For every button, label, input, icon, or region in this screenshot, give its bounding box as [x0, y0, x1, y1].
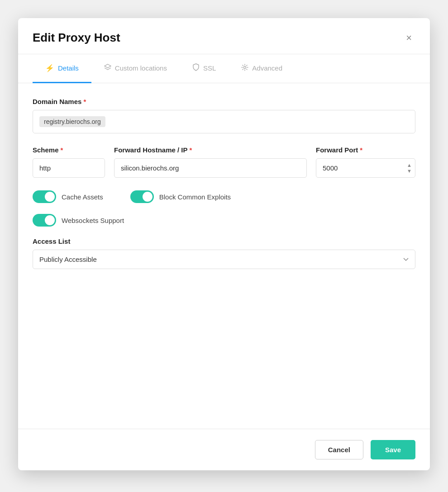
access-list-label: Access List	[33, 237, 415, 245]
domain-tag: registry.bierochs.org	[39, 116, 105, 127]
save-button[interactable]: Save	[371, 440, 415, 459]
close-button[interactable]: ×	[402, 31, 415, 45]
toggles-row-2: Websockets Support	[33, 214, 415, 227]
cache-assets-label: Cache Assets	[62, 193, 103, 201]
tab-details[interactable]: ⚡ Details	[33, 54, 91, 83]
access-list-group: Access List Publicly Accessible	[33, 237, 415, 269]
modal-header: Edit Proxy Host ×	[18, 18, 430, 54]
spinner-arrows: ▲ ▼	[407, 163, 412, 174]
scheme-field: Scheme *	[33, 146, 105, 178]
modal-footer: Cancel Save	[18, 429, 430, 470]
tab-custom-locations-label: Custom locations	[115, 64, 167, 72]
shield-icon	[192, 63, 200, 73]
forward-port-input[interactable]	[316, 158, 415, 178]
modal-title: Edit Proxy Host	[33, 31, 120, 45]
block-exploits-slider	[130, 190, 154, 203]
toggles-row-1: Cache Assets Block Common Exploits	[33, 190, 415, 203]
tab-advanced[interactable]: Advanced	[229, 54, 295, 83]
websockets-slider	[33, 214, 56, 227]
scheme-input[interactable]	[33, 158, 105, 178]
edit-proxy-host-modal: Edit Proxy Host × ⚡ Details Custom locat…	[18, 18, 430, 470]
svg-point-0	[244, 66, 246, 68]
spinner-down[interactable]: ▼	[407, 169, 412, 174]
scheme-label: Scheme *	[33, 146, 105, 154]
tab-bar: ⚡ Details Custom locations SSL	[18, 54, 430, 83]
lightning-icon: ⚡	[45, 64, 54, 72]
forward-port-spinner: ▲ ▼	[316, 158, 415, 178]
cache-assets-toggle[interactable]	[33, 190, 56, 203]
domain-names-required: *	[83, 98, 86, 105]
domain-names-group: Domain Names * registry.bierochs.org	[33, 98, 415, 133]
modal-body: Domain Names * registry.bierochs.org Sch…	[18, 83, 430, 429]
forward-port-label: Forward Port *	[316, 146, 415, 154]
websockets-label: Websockets Support	[62, 217, 124, 224]
tab-custom-locations[interactable]: Custom locations	[91, 54, 180, 83]
domain-names-input[interactable]: registry.bierochs.org	[33, 110, 415, 133]
forward-hostname-input[interactable]	[114, 158, 307, 178]
forward-hostname-label: Forward Hostname / IP *	[114, 146, 307, 154]
gear-icon	[241, 64, 248, 73]
tab-advanced-label: Advanced	[252, 64, 282, 72]
layers-icon	[104, 64, 111, 73]
scheme-hostname-port-row: Scheme * Forward Hostname / IP * Forward…	[33, 146, 415, 178]
cache-assets-slider	[33, 190, 56, 203]
tab-ssl[interactable]: SSL	[180, 54, 229, 83]
tab-details-label: Details	[58, 64, 79, 72]
domain-names-label: Domain Names *	[33, 98, 415, 105]
tab-ssl-label: SSL	[203, 64, 216, 72]
websockets-toggle[interactable]	[33, 214, 56, 227]
cancel-button[interactable]: Cancel	[315, 440, 363, 459]
access-list-select[interactable]: Publicly Accessible	[33, 250, 415, 269]
websockets-toggle-item: Websockets Support	[33, 214, 124, 227]
spinner-up[interactable]: ▲	[407, 163, 412, 168]
block-exploits-toggle-item: Block Common Exploits	[130, 190, 231, 203]
cache-assets-toggle-item: Cache Assets	[33, 190, 103, 203]
forward-hostname-field: Forward Hostname / IP *	[114, 146, 307, 178]
block-exploits-label: Block Common Exploits	[159, 193, 231, 201]
block-exploits-toggle[interactable]	[130, 190, 154, 203]
forward-port-field: Forward Port * ▲ ▼	[316, 146, 415, 178]
